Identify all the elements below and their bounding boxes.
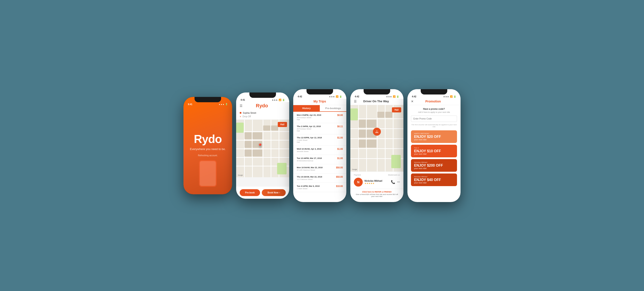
trip-item-6[interactable]: Thu 10:26AM, Mar 22, 2018 112 Clarence S… (293, 174, 346, 183)
notch (250, 92, 276, 98)
wifi-icon-2: 📶 (278, 99, 281, 101)
notch (421, 89, 447, 94)
phone-driver: 4:42 ▲▲▲ 📶 🔋 ☰ Driver On The Way (350, 89, 404, 202)
app-header-2: ☰ Rydo (236, 102, 289, 110)
wifi-icon-5: 📶 (450, 96, 452, 98)
status-time-4: 4:42 (355, 96, 359, 98)
status-time-3: 4:42 (298, 96, 302, 98)
eta-number: 2 (376, 130, 377, 132)
dropdown-arrow: + (240, 115, 241, 118)
menu-icon-4[interactable]: ☰ (354, 100, 357, 103)
location-bar: Sophia Street + Drop Off (236, 110, 289, 120)
promo-note: The first voucher will automatically be … (411, 124, 457, 128)
trip-item-4[interactable]: Tue 12:44PM, Mar 27, 2018 40 Beresford A… (293, 155, 346, 164)
wifi-icon-3: 📶 (336, 96, 338, 98)
trip-item-7[interactable]: Tue 4:12PM, Mar 6, 2018 1 Sixth Street $… (293, 183, 346, 192)
trips-header: My Trips (293, 99, 346, 105)
phone-booking: 4:41 ▲▲▲ 📶 🔋 ☰ Rydo Sophia Street + (236, 92, 289, 199)
eta-unit: MIN (376, 132, 378, 133)
promo-card-0[interactable]: HAPPY BIRTHDAY ENJOY $20 OFF your next r… (411, 130, 457, 143)
map-area-2: Google 📍 Hail (236, 120, 289, 177)
promo-desc: Add it here to apply to your next ride (411, 111, 457, 113)
promo-subtitle: Have a promo code? (411, 108, 457, 110)
notch (364, 89, 390, 94)
booknow-button[interactable]: Book Now › (262, 189, 286, 196)
close-button[interactable]: ✕ (411, 100, 414, 103)
promo-body: Have a promo code? Add it here to apply … (408, 105, 460, 190)
driver-avatar: N (354, 178, 363, 186)
payment-label: Payment (354, 174, 361, 176)
trip-item-5[interactable]: Mon 10:54AM, Mar 22, 2018 97-105 Clarenc… (293, 164, 346, 174)
trips-title: My Trips (297, 100, 343, 103)
app-logo-2: Rydo (256, 103, 268, 109)
tab-prebookings[interactable]: Pre-bookings (320, 105, 346, 111)
signal-icon-3: ▲▲▲ (329, 96, 335, 98)
payment-card: Mastercard •••• (388, 174, 400, 176)
notch (194, 97, 221, 102)
refer-desc: Give a friend $20 off their first ride a… (354, 194, 400, 198)
signal-icon-4: ▲▲▲ (386, 96, 392, 98)
trip-item-3[interactable]: Wed 10:35AM, Apr 4, 2018 Seventh Street … (293, 146, 346, 155)
driver-map: Google 2 MIN Hail (350, 105, 404, 172)
splash-tagline: Everywhere you need to be. (190, 148, 226, 151)
eta-bubble: 2 MIN (373, 128, 381, 136)
promo-card-2[interactable]: Nickolas Mikhael ENJOY $200 OFF your nex… (411, 159, 457, 172)
driver-name-stars: Nickolas Mikhael ★★★★★ (364, 180, 389, 184)
phone-splash: 9:41 ▲▲▲ 🔋 Rydo Everywhere you need to b… (184, 97, 232, 194)
phone-icon[interactable]: 📞 (391, 180, 395, 184)
driver-card: N Nickolas Mikhael ★★★★★ 📞 ••• (354, 178, 400, 186)
hail-button-4[interactable]: Hail (392, 107, 401, 112)
driver-title: Driver On The Way (360, 100, 393, 103)
phones-container: 9:41 ▲▲▲ 🔋 Rydo Everywhere you need to b… (174, 80, 470, 211)
refer-link[interactable]: Click here to REFER a FRIEND! (354, 191, 400, 193)
prebook-button[interactable]: Pre-book (240, 189, 260, 196)
signal-icon-5: ▲▲▲ (443, 96, 449, 98)
promo-cards: HAPPY BIRTHDAY ENJOY $20 OFF your next r… (411, 130, 457, 186)
battery-icon-2: 🔋 (282, 99, 285, 101)
promo-title: Promotion (416, 100, 451, 103)
phone-trips: 4:42 ▲▲▲ 📶 🔋 My Trips History Pre-bookin… (293, 89, 346, 202)
battery-icon-3: 🔋 (339, 96, 342, 98)
location-to[interactable]: Drop Off (242, 115, 251, 118)
trip-item-2[interactable]: Thu 12:03PM, Apr 12, 2018 1 Sixth Street… (293, 134, 346, 146)
hail-button-2[interactable]: Hail (278, 122, 287, 127)
menu-icon[interactable]: ☰ (240, 104, 242, 108)
splash-logo: Rydo (194, 132, 222, 146)
trip-list: Mon 2:54PM, Apr 23, 2018 26 Foveaux Stre… (293, 112, 346, 192)
driver-stars: ★★★★★ (364, 182, 389, 184)
status-time-5: 4:42 (412, 96, 416, 98)
origin-dot (240, 112, 242, 114)
signal-icon-1: ▲▲▲ (218, 103, 224, 105)
refer-bar: Click here to REFER a FRIEND! Give a fri… (350, 189, 404, 199)
promo-code-input[interactable] (411, 116, 457, 122)
battery-icon-4: 🔋 (396, 96, 399, 98)
tab-history[interactable]: History (293, 105, 320, 111)
status-time-1: 9:41 (188, 103, 192, 106)
driver-name: Nickolas Mikhael (364, 180, 389, 182)
splash-content: Rydo Everywhere you need to be. Refreshi… (184, 106, 232, 194)
splash-refreshing: Refreshing account. (198, 154, 218, 157)
map-pin-2: 📍 (258, 143, 263, 148)
trip-item-0[interactable]: Mon 2:54PM, Apr 23, 2018 26 Foveaux Stre… (293, 112, 346, 123)
wifi-icon-4: 📶 (393, 96, 396, 98)
splash-phone-image (199, 160, 217, 187)
booking-buttons: Pre-book Book Now › (236, 186, 289, 199)
payment-row: Payment Mastercard •••• (354, 174, 400, 176)
tabs-row: History Pre-bookings (293, 105, 346, 112)
battery-icon-1: 🔋 (225, 103, 228, 105)
status-time-2: 4:41 (240, 99, 245, 101)
promo-card-3[interactable]: Nickolas Mikhael ENJOY $40 OFF your next… (411, 174, 457, 186)
arrow-icon: › (279, 192, 280, 194)
promo-header: ✕ Promotion (408, 99, 460, 105)
promo-card-1[interactable]: Test 3 ENJOY $10 OFF your next ride! (411, 145, 457, 157)
phone-promotion: 4:42 ▲▲▲ 📶 🔋 ✕ Promotion Have a promo co… (408, 89, 460, 202)
driver-info-bar: Payment Mastercard •••• N Nickolas Mikha… (350, 172, 404, 189)
signal-icon-2: ▲▲▲ (272, 99, 278, 101)
location-from: Sophia Street (243, 112, 256, 114)
more-icon[interactable]: ••• (397, 180, 400, 184)
driver-header: ☰ Driver On The Way (350, 99, 404, 105)
battery-icon-5: 🔋 (454, 96, 456, 98)
notch (306, 89, 333, 94)
trip-item-1[interactable]: Thu 2:34PM, Apr 12, 2018 26 Foveaux Stre… (293, 123, 346, 134)
booknow-label: Book Now (268, 192, 278, 194)
